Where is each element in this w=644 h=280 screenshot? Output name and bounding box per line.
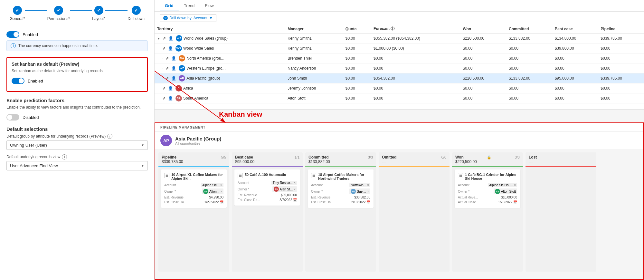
kanban-columns: Pipeline5/5$339,785.00▦10 Airpot XL Coff… — [155, 149, 643, 275]
drill-btn[interactable]: ⚙ Drill down by: Account ▼ — [160, 14, 216, 22]
card-account-label: Account — [164, 183, 184, 187]
tab-flow[interactable]: Flow — [200, 0, 219, 11]
col-amount-committed: $133,882.00 — [308, 159, 373, 164]
table-row[interactable]: ⇗👤AAfricaJeremy Johnson$0.00$0.00$0.00$0… — [155, 83, 644, 93]
link-icon-4[interactable]: ⇗ — [166, 76, 169, 81]
cell-forecast-2: $0.00 — [371, 53, 460, 63]
wizard-step-general[interactable]: ✓ General* — [10, 6, 25, 21]
kanban-card-pipeline-0[interactable]: ▦10 Airpot XL Coffee Makers for Alpine S… — [161, 169, 227, 208]
kanban-card-won-0[interactable]: ▦1 Café BG-1 Grinder for Alpine Ski Hous… — [455, 169, 520, 208]
link-icon-6[interactable]: ⇗ — [162, 96, 166, 101]
cell-bestcase-5: $0.00 — [552, 83, 598, 93]
wizard-connector-1 — [25, 10, 47, 11]
remove-account-tag[interactable]: × — [514, 183, 516, 187]
wizard-step-permissions[interactable]: ✓ Permissions* — [47, 6, 70, 21]
cell-pipeline-0: $339,785.00 — [598, 34, 644, 43]
table-row[interactable]: ⇗👤WSWorld Wide SalesKenny Smith1$0.00$1,… — [155, 43, 644, 53]
cell-won-6: $0.00 — [460, 93, 506, 103]
link-icon-3[interactable]: ⇗ — [166, 66, 169, 71]
remove-account-tag[interactable]: × — [367, 183, 369, 187]
step-label-general: General* — [10, 16, 25, 21]
tab-trend[interactable]: Trend — [179, 0, 200, 11]
kanban-card-bestcase-0[interactable]: ▦50 Café A-100 AutomaticAccountTrey Rese… — [234, 169, 300, 206]
lock-icon-won: 🔒 — [487, 155, 491, 159]
kanban-col-header-lost: Lost--- — [526, 152, 596, 167]
kanban-col-lost: Lost--- — [526, 152, 596, 272]
cell-quota-2: $0.00 — [343, 53, 371, 63]
cell-committed-2: $0.00 — [506, 53, 552, 63]
table-row[interactable]: ›⇗👤WEWestern Europe (gro...Nancy Anderso… — [155, 63, 644, 73]
remove-account-tag[interactable]: × — [294, 181, 296, 185]
user-icon-1: 👤 — [168, 46, 173, 51]
wizard-connector-2 — [70, 10, 92, 11]
user-icon-5: 👤 — [168, 86, 173, 91]
card-revenue-value: $4,990.00 — [185, 196, 223, 199]
kanban-enabled-toggle[interactable] — [12, 78, 24, 84]
cell-won-4: $220,500.00 — [460, 73, 506, 83]
card-owner-label: Owner * — [238, 188, 257, 191]
cell-quota-0: $0.00 — [343, 34, 371, 43]
cell-manager-3: Nancy Anderson — [285, 63, 343, 73]
col-manager: Manager — [285, 24, 343, 34]
table-row[interactable]: ›⇗👤APAsia Pacific (group)John Smith$0.00… — [155, 73, 644, 83]
group-select[interactable]: Owning User (User) ▼ — [6, 140, 148, 150]
col-count-pipeline: 5/5 — [221, 155, 226, 159]
link-icon-2[interactable]: ⇗ — [166, 56, 169, 61]
remove-account-tag[interactable]: × — [220, 183, 222, 187]
kanban-card-committed-0[interactable]: ▦18 Airpot Coffee Makers for Northwind T… — [308, 169, 374, 208]
col-pipeline: Pipeline — [598, 24, 644, 34]
remove-owner-tag[interactable]: × — [367, 190, 369, 193]
left-panel: ✓ General* ✓ Permissions* ✓ Layout* ✓ Dr… — [0, 0, 155, 280]
group-select-label: Default group by attribute for underlyin… — [6, 134, 148, 139]
card-title-text: 50 Café A-100 Automatic — [245, 173, 286, 177]
drill-row: ⚙ Drill down by: Account ▼ — [155, 12, 644, 24]
wizard-step-drilldown[interactable]: ✓ Drill down — [128, 6, 145, 21]
kanban-section-title: Set kanban as default (Preview) — [12, 62, 143, 67]
card-est-revenue-label: Est. Revenue — [311, 196, 330, 199]
remove-owner-tag[interactable]: × — [294, 188, 296, 191]
card-est-revenue-label: Est. Revenue — [164, 196, 184, 199]
cell-manager-1: Kenny Smith1 — [285, 43, 343, 53]
remove-owner-tag[interactable]: × — [220, 190, 222, 193]
cell-committed-5: $0.00 — [506, 83, 552, 93]
cell-pipeline-5: $0.00 — [598, 83, 644, 93]
kanban-col-header-bestcase: Best case1/1$95,000.00 — [232, 152, 303, 167]
cell-pipeline-1: $0.00 — [598, 43, 644, 53]
owner-avatar: AS — [203, 189, 208, 194]
wizard-step-layout[interactable]: ✓ Layout* — [92, 6, 105, 21]
card-type-icon: ▦ — [238, 173, 243, 178]
cell-manager-4: John Smith — [285, 73, 343, 83]
step-circle-layout: ✓ — [94, 6, 103, 15]
table-row[interactable]: ›⇗👤NANorth America (grou...Brenden Thiel… — [155, 53, 644, 63]
cell-territory-1: ⇗👤WSWorld Wide Sales — [155, 43, 285, 53]
link-icon-5[interactable]: ⇗ — [162, 86, 166, 91]
table-row[interactable]: ▼⇗👤WSWorld Wide Sales (group)Kenny Smith… — [155, 34, 644, 43]
grid-table-container: Territory Manager Quota Forecast ⓘ Won C… — [155, 24, 644, 103]
kanban-section-desc: Set kanban as the default view for under… — [12, 69, 143, 73]
owner-avatar: SN — [351, 189, 356, 194]
kanban-toggle-row: Enabled — [12, 78, 143, 84]
table-row[interactable]: ⇗👤SASouth AmericaAlton Stott$0.00$0.00$0… — [155, 93, 644, 103]
group-info-icon: i — [107, 134, 112, 139]
territory-name-1: World Wide Sales — [183, 46, 214, 51]
view-select[interactable]: User Advanced Find View ▼ — [6, 161, 148, 170]
card-account-label: Account — [458, 183, 477, 187]
cell-territory-4: ›⇗👤APAsia Pacific (group) — [155, 73, 285, 83]
card-type-icon: ▦ — [164, 173, 169, 178]
main-enabled-toggle[interactable] — [6, 31, 19, 38]
cell-forecast-3: $0.00 — [371, 63, 460, 73]
kanban-col-omitted: Omitted0/0--- — [379, 152, 450, 272]
col-title-omitted: Omitted — [382, 155, 396, 159]
card-title-text: 1 Café BG-1 Grinder for Alpine Ski House — [465, 173, 517, 180]
card-date-value: 3/7/2022 📅 — [261, 198, 297, 202]
card-type-icon: ▦ — [311, 173, 316, 178]
link-icon-1[interactable]: ⇗ — [162, 46, 166, 51]
user-icon-4: 👤 — [171, 76, 176, 81]
prediction-title: Enable prediction factors — [6, 98, 148, 103]
cell-won-5: $0.00 — [460, 83, 506, 93]
main-enabled-row: Enabled — [6, 31, 148, 38]
prediction-toggle[interactable] — [6, 114, 19, 121]
view-select-arrow: ▼ — [141, 164, 144, 168]
link-icon-0[interactable]: ⇗ — [163, 36, 166, 41]
tab-grid[interactable]: Grid — [160, 0, 179, 11]
